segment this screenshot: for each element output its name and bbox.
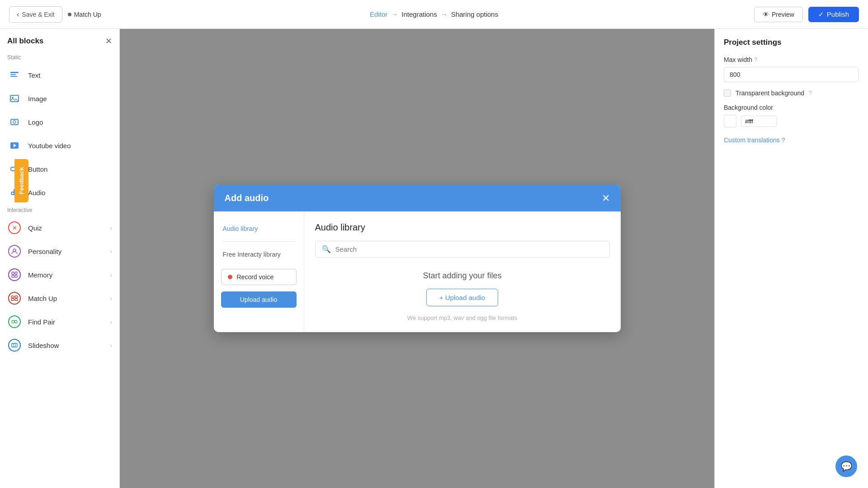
text-icon xyxy=(7,68,22,82)
bg-color-input[interactable] xyxy=(741,116,777,127)
empty-state: Start adding your files + Upload audio W… xyxy=(315,271,610,321)
publish-button[interactable]: ✓ Publish xyxy=(808,7,859,22)
sidebar-close-button[interactable]: ✕ xyxy=(105,36,112,46)
check-icon: ✓ xyxy=(818,10,824,19)
chat-bubble-button[interactable]: 💬 xyxy=(835,455,857,477)
svg-rect-0 xyxy=(10,72,19,73)
formats-text: We support mp3, wav and ogg file formats xyxy=(407,314,517,321)
chat-icon: 💬 xyxy=(841,461,852,472)
sidebar-item-image-label: Image xyxy=(28,95,112,103)
svg-rect-17 xyxy=(15,272,17,274)
search-icon: 🔍 xyxy=(322,245,331,253)
project-name-badge: Match Up xyxy=(68,11,101,18)
nav-editor[interactable]: Editor xyxy=(370,10,387,18)
sidebar-item-memory-label: Memory xyxy=(28,271,104,279)
svg-rect-23 xyxy=(15,299,18,300)
transparent-bg-row: Transparent background ? xyxy=(724,89,859,97)
custom-translations-link[interactable]: Custom translations ? xyxy=(724,136,859,144)
sidebar-item-slideshow-label: Slideshow xyxy=(28,342,104,349)
sidebar-item-youtube[interactable]: Youtube video xyxy=(0,134,119,157)
nav-arrow-2: → xyxy=(441,10,448,18)
transparent-bg-checkbox[interactable] xyxy=(724,89,731,97)
findpair-icon xyxy=(7,314,22,329)
matchup-icon xyxy=(7,291,22,305)
svg-point-24 xyxy=(12,320,14,323)
modal-header: Add audio ✕ xyxy=(214,185,621,211)
modal-nav-audio-library[interactable]: Audio library xyxy=(214,221,304,237)
preview-button[interactable]: 👁 Preview xyxy=(754,7,803,22)
sidebar-item-quiz-label: Quiz xyxy=(28,224,104,232)
sidebar-item-memory[interactable]: Memory › xyxy=(0,263,119,286)
feedback-tab[interactable]: Feedback xyxy=(14,159,28,202)
sidebar-item-personality-label: Personality xyxy=(28,248,104,255)
svg-rect-20 xyxy=(11,296,14,298)
personality-icon xyxy=(7,244,22,258)
search-input[interactable] xyxy=(335,245,603,253)
logo-icon xyxy=(7,115,22,129)
sidebar: All blocks ✕ Static Text Image Logo xyxy=(0,29,120,488)
chevron-right-icon-3: › xyxy=(110,272,112,278)
chevron-right-icon: › xyxy=(110,225,112,231)
sidebar-item-text-label: Text xyxy=(28,71,112,79)
svg-rect-21 xyxy=(15,296,18,298)
project-settings-title: Project settings xyxy=(724,38,859,47)
topbar: Save & Exit Match Up Editor → Integratio… xyxy=(0,0,868,29)
svg-point-6 xyxy=(13,121,16,123)
modal-main: Audio library 🔍 Start adding your files … xyxy=(304,211,621,332)
sidebar-item-personality[interactable]: Personality › xyxy=(0,239,119,263)
bg-color-row xyxy=(724,115,859,127)
svg-rect-26 xyxy=(12,343,17,347)
quiz-icon: ✕ xyxy=(7,221,22,235)
save-exit-button[interactable]: Save & Exit xyxy=(9,6,62,23)
max-width-info-icon[interactable]: ? xyxy=(754,56,757,63)
chevron-right-icon-4: › xyxy=(110,295,112,302)
project-name: Match Up xyxy=(74,11,101,18)
empty-state-title: Start adding your files xyxy=(423,271,501,281)
sidebar-title: All blocks xyxy=(7,37,43,46)
eye-icon: 👁 xyxy=(763,11,769,18)
slideshow-icon xyxy=(7,338,22,352)
svg-rect-18 xyxy=(12,275,14,277)
modal-main-title: Audio library xyxy=(315,222,610,233)
svg-rect-16 xyxy=(12,272,14,274)
youtube-icon xyxy=(7,138,22,153)
sidebar-item-image[interactable]: Image xyxy=(0,87,119,110)
sidebar-item-matchup-label: Match Up xyxy=(28,295,104,302)
chevron-right-icon-5: › xyxy=(110,319,112,325)
svg-rect-22 xyxy=(11,299,14,300)
transparent-bg-info-icon[interactable]: ? xyxy=(809,90,812,96)
max-width-input[interactable] xyxy=(724,67,859,82)
modal-close-button[interactable]: ✕ xyxy=(602,193,610,203)
sidebar-item-quiz[interactable]: ✕ Quiz › xyxy=(0,216,119,239)
sidebar-item-text[interactable]: Text xyxy=(0,63,119,87)
main-layout: All blocks ✕ Static Text Image Logo xyxy=(0,29,868,488)
modal-nav-free-library[interactable]: Free Interacty library xyxy=(214,246,304,263)
sidebar-item-matchup[interactable]: Match Up › xyxy=(0,286,119,310)
sidebar-header: All blocks ✕ xyxy=(0,29,119,52)
sidebar-item-logo[interactable]: Logo xyxy=(0,110,119,134)
bg-color-swatch[interactable] xyxy=(724,115,736,127)
upload-audio-sidebar-button[interactable]: Upload audio xyxy=(221,291,297,308)
topbar-right: 👁 Preview ✓ Publish xyxy=(754,7,859,22)
image-icon xyxy=(7,91,22,106)
upload-audio-main-button[interactable]: + Upload audio xyxy=(426,289,498,306)
memory-icon xyxy=(7,267,22,282)
center-content: Add audio ✕ Audio library Free Interacty… xyxy=(120,29,714,488)
sidebar-item-findpair[interactable]: Find Pair › xyxy=(0,310,119,333)
search-bar: 🔍 xyxy=(315,241,610,258)
svg-point-15 xyxy=(13,249,16,252)
nav-integrations[interactable]: Integrations xyxy=(401,10,437,18)
svg-rect-1 xyxy=(10,74,16,75)
sidebar-item-button-label: Button xyxy=(28,165,112,173)
modal-sidebar: Audio library Free Interacty library Rec… xyxy=(214,211,304,332)
record-voice-button[interactable]: Record voice xyxy=(221,269,297,285)
sidebar-item-logo-label: Logo xyxy=(28,118,112,126)
nav-sharing-options[interactable]: Sharing options xyxy=(451,10,498,18)
sidebar-item-slideshow[interactable]: Slideshow › xyxy=(0,333,119,357)
topbar-nav: Editor → Integrations → Sharing options xyxy=(370,10,498,18)
modal-overlay: Add audio ✕ Audio library Free Interacty… xyxy=(120,29,714,488)
svg-rect-19 xyxy=(15,275,17,277)
right-panel: Project settings Max width ? Transparent… xyxy=(714,29,868,488)
chevron-right-icon-2: › xyxy=(110,248,112,255)
nav-arrow-1: → xyxy=(391,10,398,18)
